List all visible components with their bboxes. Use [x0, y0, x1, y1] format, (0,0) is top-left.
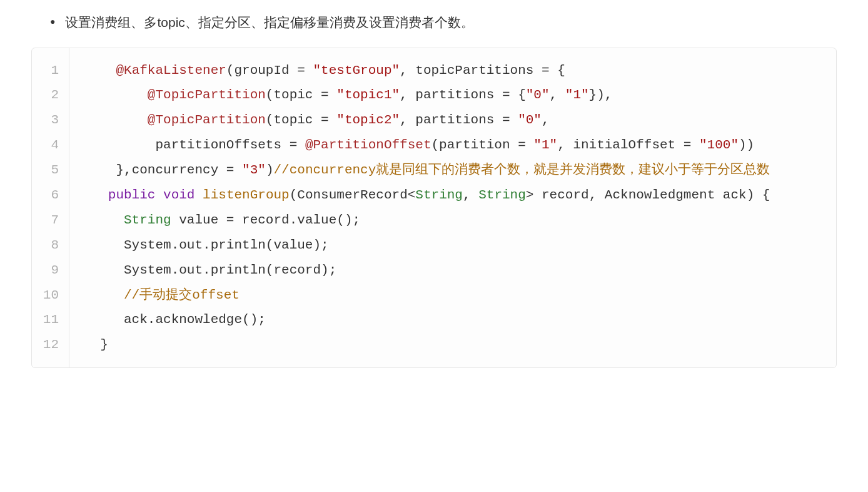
code-token: String — [124, 213, 171, 227]
line-number: 4 — [39, 133, 64, 158]
code-token: String — [415, 188, 463, 202]
code-token: //手动提交offset — [124, 288, 240, 302]
line-number: 11 — [39, 307, 64, 332]
line-number: 6 — [39, 183, 64, 208]
line-number: 1 — [39, 58, 64, 83]
code-token: partitionOffsets = — [84, 138, 305, 152]
code-token: public — [108, 188, 156, 202]
code-token: , topicPartitions = { — [400, 63, 565, 78]
line-number: 12 — [39, 332, 64, 357]
code-token: String — [478, 188, 526, 202]
code-lines: @KafkaListener(groupId = "testGroup", to… — [69, 48, 836, 368]
code-token: , partitions = { — [400, 88, 526, 102]
code-content: 123456789101112 @KafkaListener(groupId =… — [32, 48, 836, 368]
line-number: 8 — [39, 233, 64, 258]
code-token: "0" — [526, 88, 550, 102]
code-line: },concurrency = "3")//concurrency就是同组下的消… — [84, 158, 824, 183]
code-token: , — [463, 188, 478, 202]
code-token: "topic1" — [336, 88, 400, 102]
code-block: 123456789101112 @KafkaListener(groupId =… — [31, 48, 837, 369]
code-token: //concurrency就是同组下的消费者个数，就是并发消费数，建议小于等于分… — [273, 163, 770, 177]
code-token: @PartitionOffset — [305, 138, 431, 152]
bullet-item: ● 设置消费组、多topic、指定分区、指定偏移量消费及设置消费者个数。 — [31, 13, 837, 33]
line-number: 3 — [39, 108, 64, 133]
code-line: @TopicPartition(topic = "topic1", partit… — [84, 83, 824, 108]
code-token: "1" — [533, 138, 557, 152]
code-line: partitionOffsets = @PartitionOffset(part… — [84, 133, 824, 158]
code-token: value = record.value(); — [171, 213, 360, 227]
code-token: void — [163, 188, 194, 202]
code-token: , initialOffset = — [557, 138, 699, 152]
code-line: } — [84, 332, 824, 357]
line-number: 7 — [39, 208, 64, 233]
code-token: @TopicPartition — [148, 113, 266, 127]
code-token: }), — [589, 88, 613, 102]
line-number: 5 — [39, 158, 64, 183]
code-token: )) — [739, 138, 754, 152]
code-line: @TopicPartition(topic = "topic2", partit… — [84, 108, 824, 133]
code-token — [84, 88, 148, 102]
code-line: //手动提交offset — [84, 283, 824, 308]
code-token: "testGroup" — [313, 63, 400, 78]
code-line: String value = record.value(); — [84, 208, 824, 233]
code-token: , — [550, 88, 565, 102]
code-token: "0" — [518, 113, 542, 127]
code-line: ack.acknowledge(); — [84, 307, 824, 332]
code-token: ) — [266, 163, 274, 177]
line-number: 2 — [39, 83, 64, 108]
code-token: ack.acknowledge(); — [84, 312, 266, 327]
code-token: } — [84, 337, 108, 352]
code-token: (topic = — [266, 113, 336, 127]
code-token: },concurrency = — [84, 163, 242, 177]
code-token: , partitions = — [400, 113, 518, 127]
code-token — [155, 188, 163, 202]
code-token: "3" — [242, 163, 266, 177]
code-token: "100" — [699, 138, 739, 152]
code-token — [194, 188, 203, 202]
code-token: System.out.println(value); — [84, 238, 329, 252]
code-token: @KafkaListener — [116, 63, 226, 78]
code-token — [84, 188, 108, 202]
code-token: (groupId = — [226, 63, 313, 78]
code-line: System.out.println(record); — [84, 258, 824, 283]
code-token — [84, 213, 124, 227]
code-token — [84, 288, 124, 302]
code-token: , — [542, 113, 550, 127]
code-token: listenGroup — [203, 188, 290, 202]
code-token: "1" — [565, 88, 589, 102]
line-numbers-gutter: 123456789101112 — [32, 48, 69, 368]
line-number: 10 — [39, 283, 64, 308]
code-token — [84, 63, 116, 78]
code-token: @TopicPartition — [148, 88, 266, 102]
code-token: "topic2" — [336, 113, 400, 127]
bullet-text: 设置消费组、多topic、指定分区、指定偏移量消费及设置消费者个数。 — [65, 13, 473, 33]
code-token — [84, 113, 148, 127]
code-line: @KafkaListener(groupId = "testGroup", to… — [84, 58, 824, 83]
line-number: 9 — [39, 258, 64, 283]
code-token: (ConsumerRecord< — [290, 188, 416, 202]
code-line: public void listenGroup(ConsumerRecord<S… — [84, 183, 824, 208]
code-token: System.out.println(record); — [84, 263, 336, 277]
code-token: (topic = — [266, 88, 336, 102]
code-token: (partition = — [431, 138, 534, 152]
code-token: > record, Acknowledgment ack) { — [526, 188, 770, 202]
code-line: System.out.println(value); — [84, 233, 824, 258]
bullet-marker: ● — [50, 13, 55, 30]
